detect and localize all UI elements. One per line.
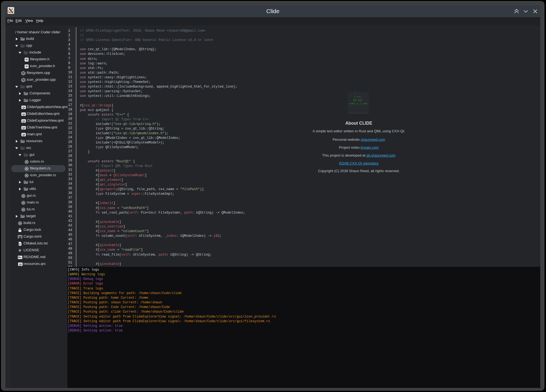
svg-text:Qt: Qt [22,106,25,109]
svg-text:+: + [24,79,25,81]
svg-text:H: H [26,65,28,68]
svg-text:Qt: Qt [22,133,25,136]
svg-text:R: R [26,174,28,177]
svg-text:R: R [22,194,24,198]
svg-text:+: + [24,72,25,74]
svg-text:Qt: Qt [22,113,25,116]
svg-text:R: R [19,222,21,225]
svg-text:Qt: Qt [22,119,25,122]
svg-text:Qt: Qt [22,126,25,129]
svg-text:R: R [26,167,28,170]
svg-text:H: H [26,58,28,61]
svg-text:R: R [22,201,24,204]
svg-text:R: R [22,208,24,211]
svg-text:Qt: Qt [19,263,22,266]
svg-text:R: R [26,160,28,163]
